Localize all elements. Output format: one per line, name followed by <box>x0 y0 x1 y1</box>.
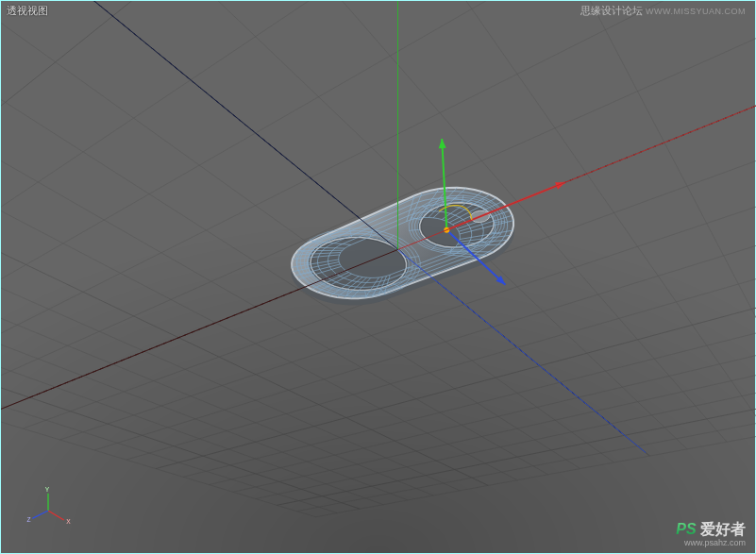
mini-axes-gizmo: X Y Z <box>25 487 72 534</box>
mini-axis-label-y: Y <box>45 487 50 493</box>
mini-axis-label-z: Z <box>26 516 30 523</box>
viewport-vignette <box>1 1 755 553</box>
mini-axis-x <box>48 511 64 520</box>
watermark-bottom-ps: PS <box>676 521 696 537</box>
viewport-label: 透视视图 <box>7 4 48 18</box>
watermark-bottom-love: 爱好者 <box>700 521 746 537</box>
mini-axis-z <box>32 511 48 518</box>
watermark-bottom: PS 爱好者 www.psahz.com <box>676 520 746 547</box>
viewport-frame[interactable]: 透视视图 思缘设计论坛 WWW.MISSYUAN.COM PS 爱好者 www.… <box>0 0 756 554</box>
watermark-bottom-url: www.psahz.com <box>676 538 746 547</box>
watermark-top-line1: 思缘设计论坛 <box>580 5 643 16</box>
watermark-top: 思缘设计论坛 WWW.MISSYUAN.COM <box>580 5 746 17</box>
mini-axis-label-x: X <box>66 518 71 525</box>
watermark-top-line2: WWW.MISSYUAN.COM <box>646 7 746 16</box>
